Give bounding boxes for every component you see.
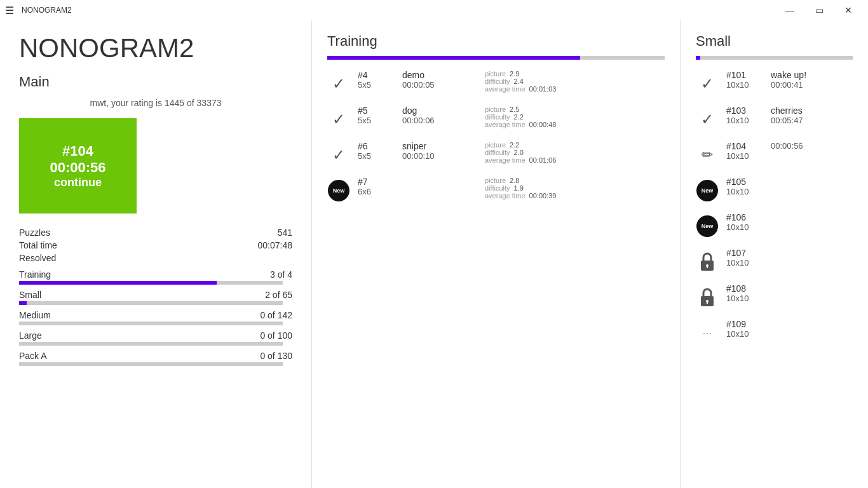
puzzle-time: 00:05:47 <box>771 116 853 125</box>
puzzle-item[interactable]: ✓ #5 5x5 dog 00:00:06 picture 2.5 diffic… <box>327 105 665 131</box>
meta-row: difficulty 2.4 <box>485 78 556 85</box>
puzzle-name: demo <box>402 70 485 80</box>
puzzle-status-icon: ✓ <box>327 72 350 95</box>
meta-row: picture 2.9 <box>485 70 556 78</box>
training-puzzles-list: ✓ #4 5x5 demo 00:00:05 picture 2.9 diffi… <box>327 70 665 202</box>
meta-label: difficulty <box>485 184 510 192</box>
category-progress-bg <box>19 342 283 346</box>
puzzle-number: #104 <box>726 141 771 151</box>
puzzle-main-info: #5 5x5 dog 00:00:06 picture 2.5 difficul… <box>358 105 665 128</box>
puzzle-size: 10x10 <box>726 294 771 303</box>
small-panel: Small ✓ #101 10x10 wake up! 00:00:41 ✓ #… <box>680 20 868 488</box>
puzzle-status-icon: ✓ <box>696 108 719 131</box>
meta-row: difficulty 1.9 <box>485 184 556 192</box>
current-puzzle-time: 00:00:56 <box>50 159 105 176</box>
puzzle-id-size: #109 10x10 <box>726 319 771 339</box>
categories-container: Training 3 of 4 Small 2 of 65 Medium 0 o… <box>19 269 292 366</box>
meta-label: average time <box>485 156 526 164</box>
puzzle-main-info: #106 10x10 <box>726 212 853 232</box>
category-value: 2 of 65 <box>265 290 292 300</box>
meta-value: 2.2 <box>514 113 524 121</box>
puzzle-item[interactable]: ··· #109 10x10 <box>696 319 853 344</box>
meta-value: 00:01:06 <box>529 156 557 164</box>
puzzle-size: 10x10 <box>726 222 771 232</box>
puzzle-meta: picture 2.9 difficulty 2.4 average time … <box>485 70 556 93</box>
small-puzzles-list: ✓ #101 10x10 wake up! 00:00:41 ✓ #103 10… <box>696 70 853 344</box>
puzzle-item[interactable]: New #106 10x10 <box>696 212 853 238</box>
meta-label: average time <box>485 192 526 200</box>
puzzle-item[interactable]: ✏ #104 10x10 00:00:56 <box>696 141 853 166</box>
category-value: 3 of 4 <box>270 269 292 280</box>
puzzle-item[interactable]: New #105 10x10 <box>696 177 853 202</box>
pencil-icon: ✏ <box>702 147 713 163</box>
titlebar-title: NONOGRAM2 <box>22 6 775 15</box>
puzzle-item[interactable]: #108 10x10 <box>696 283 853 309</box>
puzzle-item[interactable]: #107 10x10 <box>696 248 853 273</box>
category-row-medium[interactable]: Medium 0 of 142 <box>19 310 292 325</box>
main-section-title: Main <box>19 74 292 90</box>
meta-row: difficulty 2.0 <box>485 149 556 156</box>
minimize-button[interactable]: ― <box>775 0 804 20</box>
puzzle-item[interactable]: ✓ #6 5x5 sniper 00:00:10 picture 2.2 dif… <box>327 141 665 166</box>
close-icon: ✕ <box>844 5 852 15</box>
puzzle-size: 10x10 <box>726 80 771 90</box>
dots-icon: ··· <box>702 327 712 340</box>
puzzle-item[interactable]: New #7 6x6 picture 2.8 difficulty 1.9 av… <box>327 177 665 202</box>
current-puzzle-button[interactable]: #104 00:00:56 continue <box>19 118 137 214</box>
meta-value: 2.4 <box>514 78 524 85</box>
puzzle-id-size: #103 10x10 <box>726 105 771 125</box>
puzzle-number: #4 <box>358 70 402 80</box>
category-row-training[interactable]: Training 3 of 4 <box>19 269 292 285</box>
puzzle-size: 10x10 <box>726 187 771 196</box>
puzzle-size: 5x5 <box>358 151 402 161</box>
puzzle-main-info: #104 10x10 00:00:56 <box>726 141 853 161</box>
puzzle-item[interactable]: ✓ #103 10x10 cherries 00:05:47 <box>696 105 853 131</box>
stat-value-puzzles: 541 <box>278 227 292 238</box>
close-button[interactable]: ✕ <box>834 0 863 20</box>
meta-row: picture 2.5 <box>485 105 556 113</box>
meta-label: picture <box>485 70 506 78</box>
meta-value: 00:00:48 <box>529 121 557 128</box>
category-row-pack-a[interactable]: Pack A 0 of 130 <box>19 351 292 366</box>
meta-label: difficulty <box>485 78 510 85</box>
puzzle-id-size: #107 10x10 <box>726 248 771 268</box>
puzzle-name-time: demo 00:00:05 <box>402 70 485 90</box>
hamburger-menu-icon[interactable]: ☰ <box>5 4 14 17</box>
puzzle-name-time: dog 00:00:06 <box>402 105 485 125</box>
stat-label-puzzles: Puzzles <box>19 227 50 238</box>
puzzle-meta: picture 2.8 difficulty 1.9 average time … <box>485 177 556 200</box>
puzzle-name: wake up! <box>771 70 853 80</box>
puzzle-number: #105 <box>726 177 771 187</box>
meta-label: average time <box>485 85 526 93</box>
puzzle-name-time: sniper 00:00:10 <box>402 141 485 161</box>
check-icon: ✓ <box>701 75 714 93</box>
puzzle-time: 00:00:10 <box>402 151 485 161</box>
check-icon: ✓ <box>701 111 714 128</box>
puzzle-number: #108 <box>726 283 771 294</box>
lock-icon <box>698 287 716 308</box>
meta-value: 1.9 <box>514 184 524 192</box>
meta-label: difficulty <box>485 113 510 121</box>
puzzle-id-size: #105 10x10 <box>726 177 771 196</box>
puzzle-id-size: #5 5x5 <box>358 105 402 125</box>
puzzle-name: sniper <box>402 141 485 151</box>
category-label: Small <box>19 290 41 300</box>
small-progress-bar <box>696 56 853 60</box>
puzzle-item[interactable]: ✓ #101 10x10 wake up! 00:00:41 <box>696 70 853 95</box>
puzzle-main-info: #109 10x10 <box>726 319 853 339</box>
category-label: Medium <box>19 310 51 320</box>
puzzle-size: 10x10 <box>726 116 771 125</box>
check-icon: ✓ <box>332 75 345 93</box>
puzzle-item[interactable]: ✓ #4 5x5 demo 00:00:05 picture 2.9 diffi… <box>327 70 665 95</box>
restore-button[interactable]: ▭ <box>804 0 834 20</box>
category-value: 0 of 142 <box>260 310 292 320</box>
category-row-small[interactable]: Small 2 of 65 <box>19 290 292 305</box>
puzzle-number: #106 <box>726 212 771 222</box>
category-value: 0 of 100 <box>260 330 292 341</box>
puzzle-number: #107 <box>726 248 771 258</box>
category-row-large[interactable]: Large 0 of 100 <box>19 330 292 346</box>
check-icon: ✓ <box>332 111 345 128</box>
lock-icon <box>698 252 716 272</box>
training-title: Training <box>327 33 665 50</box>
stat-row-total-time: Total time 00:07:48 <box>19 239 292 252</box>
